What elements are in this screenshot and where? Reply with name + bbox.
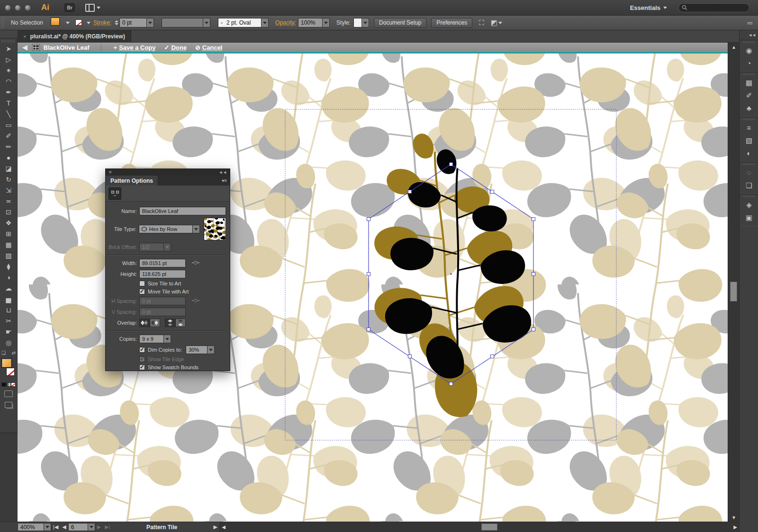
scroll-down-icon[interactable]: ▼: [728, 513, 740, 522]
pattern-tile-tool-button[interactable]: ↔: [108, 187, 121, 200]
stroke-weight-field[interactable]: 0 pt: [119, 18, 147, 27]
workspace-switcher[interactable]: Essentials: [630, 4, 667, 11]
horizontal-scrollbar[interactable]: ◀ ▶: [219, 522, 739, 532]
tool-rectangle[interactable]: ▭: [0, 120, 18, 131]
save-a-copy-button[interactable]: Save a Copy: [119, 44, 155, 51]
tool-symbol-sprayer[interactable]: ☁: [0, 283, 18, 294]
copies-select[interactable]: 9 x 9: [139, 335, 164, 343]
artboards-panel-icon[interactable]: ▣: [740, 211, 758, 224]
gradient-mode-button[interactable]: [6, 382, 11, 387]
tool-slice[interactable]: ✂: [0, 316, 18, 327]
cancel-button[interactable]: Cancel: [202, 44, 223, 51]
dim-copies-checkbox[interactable]: [139, 347, 145, 353]
opacity-panel-link[interactable]: Opacity:: [275, 19, 296, 26]
toolbar-stroke-swatch[interactable]: [6, 368, 15, 376]
gradient-panel-icon[interactable]: ▧: [740, 134, 758, 147]
none-mode-button[interactable]: [11, 382, 16, 387]
scroll-right-icon[interactable]: ▶: [731, 522, 739, 532]
tool-selection[interactable]: ➤: [0, 44, 18, 54]
tool-shape-builder[interactable]: ❖: [0, 218, 18, 229]
brush-definition-dropdown[interactable]: [203, 18, 210, 27]
panel-close-icon[interactable]: ✕: [108, 170, 112, 175]
artboard-number-field[interactable]: 6: [68, 523, 88, 531]
tool-blend[interactable]: ◑: [0, 272, 18, 283]
dock-group-grip[interactable]: [740, 72, 758, 76]
stroke-panel-icon[interactable]: ≡: [740, 121, 758, 134]
width-profile-field[interactable]: - 2 pt. Oval: [218, 18, 262, 27]
layers-panel-icon[interactable]: ◈: [740, 198, 758, 211]
tool-lasso[interactable]: ◠: [0, 76, 18, 87]
dim-copies-select[interactable]: 30%: [186, 346, 208, 354]
dock-group-grip[interactable]: [740, 117, 758, 121]
stroke-weight-dropdown[interactable]: [147, 18, 154, 27]
panel-flyout-menu-icon[interactable]: ▾≡: [222, 178, 227, 183]
tile-type-dropdown[interactable]: [193, 225, 200, 233]
overlap-left-in-front-button[interactable]: [139, 319, 150, 327]
panel-grip[interactable]: [1, 18, 4, 28]
tool-direct-selection[interactable]: ▷: [0, 54, 18, 65]
width-input[interactable]: 89.0151 pt: [139, 259, 186, 267]
last-artboard-button[interactable]: ▶|: [105, 524, 110, 530]
artboard-dropdown[interactable]: [88, 523, 95, 531]
copies-dropdown[interactable]: [164, 335, 171, 343]
isolate-selection-icon[interactable]: ⛶: [479, 18, 484, 27]
size-tile-to-art-checkbox[interactable]: [139, 281, 145, 286]
tool-perspective-grid[interactable]: ⊞: [0, 229, 18, 239]
exit-pattern-mode-icon[interactable]: ◀: [22, 44, 27, 51]
pattern-name-input[interactable]: BlackOlive Leaf: [139, 207, 226, 215]
zoom-level-field[interactable]: 400%: [18, 523, 44, 531]
link-dimensions-icon[interactable]: [191, 259, 200, 267]
tool-column-graph[interactable]: ▅: [0, 294, 18, 305]
panel-collapse-icon[interactable]: ◄◄: [218, 170, 227, 175]
preferences-button[interactable]: Preferences: [431, 18, 472, 28]
stroke-dropdown-button[interactable]: [86, 17, 91, 28]
dim-copies-dropdown[interactable]: [208, 346, 215, 354]
next-artboard-button[interactable]: ▶: [97, 524, 101, 530]
drawing-mode-button[interactable]: [4, 390, 13, 397]
opacity-field[interactable]: 100%: [298, 18, 323, 27]
tool-line-segment[interactable]: ╲: [0, 109, 18, 120]
minimize-window-button[interactable]: [15, 5, 21, 11]
document-setup-button[interactable]: Document Setup: [374, 18, 426, 28]
symbols-panel-icon[interactable]: ♣: [740, 102, 758, 115]
transparency-panel-icon[interactable]: ◐: [740, 147, 758, 160]
horizontal-scroll-thumb[interactable]: [481, 523, 497, 531]
close-tab-icon[interactable]: ×: [23, 34, 26, 39]
show-swatch-bounds-checkbox[interactable]: [139, 364, 145, 370]
stroke-panel-link[interactable]: Stroke:: [93, 19, 111, 26]
screen-mode-button[interactable]: [5, 402, 12, 408]
tool-mesh[interactable]: ▦: [0, 239, 18, 250]
swap-fill-stroke-icon[interactable]: ⇄: [12, 350, 16, 355]
height-input[interactable]: 118.625 pt: [139, 270, 186, 278]
width-profile-dropdown[interactable]: [262, 18, 269, 27]
tile-type-select[interactable]: Hex by Row: [139, 225, 193, 233]
tool-rotate[interactable]: ↻: [0, 174, 18, 185]
stroke-weight-stepper[interactable]: [113, 18, 119, 27]
pattern-options-tab[interactable]: Pattern Options: [106, 176, 158, 186]
zoom-level-dropdown[interactable]: [44, 523, 51, 531]
overlap-right-in-front-button[interactable]: [150, 319, 160, 327]
first-artboard-button[interactable]: |◀: [53, 524, 58, 530]
done-button[interactable]: Done: [171, 44, 187, 51]
tool-zoom-tool[interactable]: ◎: [0, 337, 18, 348]
tool-free-transform[interactable]: ⊡: [0, 207, 18, 218]
expand-panels-icon[interactable]: ◄◄: [740, 30, 758, 40]
bridge-button[interactable]: Br: [64, 3, 75, 12]
control-panel-menu-icon[interactable]: ≔: [747, 19, 753, 27]
fill-dropdown-button[interactable]: [65, 17, 71, 28]
scroll-up-icon[interactable]: ▲: [728, 43, 740, 51]
tool-magic-wand[interactable]: ✶: [0, 65, 18, 76]
tool-width[interactable]: ≍: [0, 196, 18, 207]
tool-eyedropper[interactable]: ⧫: [0, 261, 18, 272]
color-panel-icon[interactable]: ◉: [740, 44, 758, 57]
dock-group-grip[interactable]: [740, 162, 758, 166]
select-similar-button[interactable]: ◩: [491, 18, 497, 27]
stroke-swatch[interactable]: [75, 19, 82, 26]
vertical-scroll-thumb[interactable]: [730, 282, 737, 301]
overlap-top-in-front-button[interactable]: [165, 319, 175, 327]
dock-group-grip[interactable]: [740, 40, 758, 44]
move-tile-with-art-checkbox[interactable]: [139, 289, 145, 294]
arrange-documents-button[interactable]: [85, 4, 100, 12]
opacity-dropdown[interactable]: [323, 18, 330, 27]
tool-artboard[interactable]: ⊔: [0, 305, 18, 316]
